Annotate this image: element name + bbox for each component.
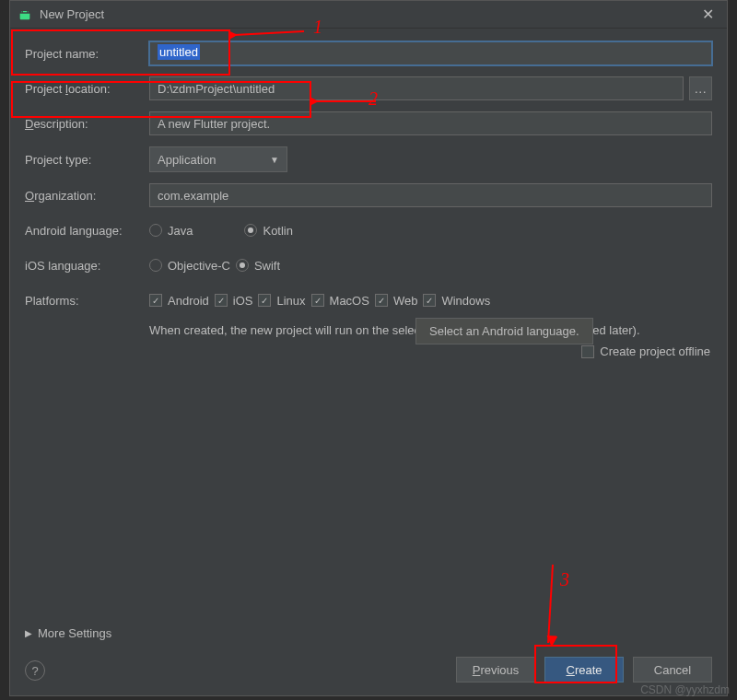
previous-button[interactable]: Previous bbox=[456, 657, 535, 682]
check-windows[interactable]: ✓Windows bbox=[423, 294, 490, 308]
checkbox-icon: ✓ bbox=[581, 345, 594, 358]
create-button[interactable]: Create bbox=[544, 657, 624, 682]
row-organization: Organization: bbox=[25, 183, 712, 207]
checkbox-icon: ✓ bbox=[258, 294, 271, 307]
label-project-location: Project location: bbox=[25, 82, 149, 96]
titlebar: New Project ✕ bbox=[10, 1, 727, 29]
label-project-name: Project name: bbox=[25, 47, 149, 61]
chevron-down-icon: ▼ bbox=[270, 155, 279, 165]
help-icon[interactable]: ? bbox=[25, 660, 45, 681]
checkbox-icon: ✓ bbox=[423, 294, 436, 307]
check-linux[interactable]: ✓Linux bbox=[258, 294, 305, 308]
label-platforms: Platforms: bbox=[25, 294, 149, 308]
checkbox-icon: ✓ bbox=[215, 294, 228, 307]
radio-icon bbox=[149, 259, 162, 272]
more-settings-toggle[interactable]: ▶ More Settings bbox=[25, 626, 111, 640]
description-input[interactable] bbox=[149, 111, 712, 135]
checkbox-icon: ✓ bbox=[149, 294, 162, 307]
label-android-language: Android language: bbox=[25, 224, 149, 238]
organization-input[interactable] bbox=[149, 183, 712, 207]
new-project-dialog: New Project ✕ Project name: untitled Pro… bbox=[9, 0, 728, 696]
checkbox-icon: ✓ bbox=[311, 294, 324, 307]
chevron-right-icon: ▶ bbox=[25, 628, 32, 638]
tooltip-android-language: Select an Android language. bbox=[415, 318, 593, 344]
radio-kotlin[interactable]: Kotlin bbox=[244, 224, 293, 238]
radio-objc[interactable]: Objective-C bbox=[149, 259, 230, 273]
label-ios-language: iOS language: bbox=[25, 259, 149, 273]
android-studio-icon bbox=[18, 7, 32, 22]
radio-icon bbox=[244, 224, 257, 237]
label-organization: Organization: bbox=[25, 189, 149, 203]
close-icon[interactable]: ✕ bbox=[696, 6, 719, 23]
row-project-type: Project type: Application ▼ bbox=[25, 146, 712, 172]
row-offline: ✓ Create project offline bbox=[25, 344, 712, 358]
browse-button[interactable]: … bbox=[689, 76, 712, 100]
project-type-select[interactable]: Application ▼ bbox=[149, 146, 287, 172]
radio-icon bbox=[236, 259, 249, 272]
row-ios-language: iOS language: Objective-C Swift bbox=[25, 253, 712, 277]
check-offline[interactable]: ✓ Create project offline bbox=[581, 344, 710, 358]
row-description: Description: bbox=[25, 111, 712, 135]
row-project-location: Project location: … bbox=[25, 76, 712, 100]
check-ios[interactable]: ✓iOS bbox=[215, 294, 253, 308]
label-description: Description: bbox=[25, 117, 149, 131]
button-bar: Previous Create Cancel bbox=[456, 657, 712, 682]
row-platforms: Platforms: ✓Android ✓iOS ✓Linux ✓MacOS ✓… bbox=[25, 288, 712, 312]
cancel-button[interactable]: Cancel bbox=[633, 657, 712, 682]
check-android[interactable]: ✓Android bbox=[149, 294, 209, 308]
row-android-language: Android language: Java Kotlin bbox=[25, 218, 712, 242]
checkbox-icon: ✓ bbox=[375, 294, 388, 307]
label-project-type: Project type: bbox=[25, 153, 149, 167]
radio-java[interactable]: Java bbox=[149, 224, 193, 238]
dialog-content: Project name: untitled Project location:… bbox=[10, 29, 727, 695]
check-macos[interactable]: ✓MacOS bbox=[311, 294, 369, 308]
project-name-input[interactable] bbox=[149, 41, 712, 65]
project-location-input[interactable] bbox=[149, 76, 684, 100]
row-project-name: Project name: untitled bbox=[25, 41, 712, 65]
radio-icon bbox=[149, 224, 162, 237]
check-web[interactable]: ✓Web bbox=[375, 294, 418, 308]
radio-swift[interactable]: Swift bbox=[236, 259, 280, 273]
dialog-title: New Project bbox=[40, 7, 696, 21]
